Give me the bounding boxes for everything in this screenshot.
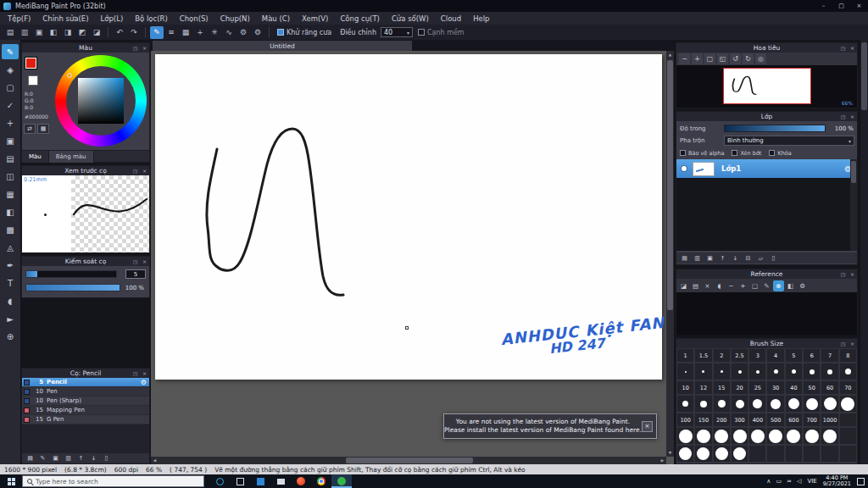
eraser-tool[interactable]: ◈ (2, 62, 19, 77)
add-brush-icon[interactable]: ▤ (25, 454, 36, 463)
rotate-right-icon[interactable]: ↻ (743, 53, 754, 64)
brush-size-swatch[interactable] (713, 395, 731, 413)
hand-icon[interactable]: ⊕ (773, 280, 784, 291)
brush-size-value[interactable]: 700 (803, 413, 821, 427)
tab-mau[interactable]: Màu (22, 151, 49, 163)
start-button[interactable] (0, 474, 22, 488)
scrollbar-thumb[interactable] (667, 60, 673, 310)
brush-size-swatch[interactable] (766, 395, 784, 413)
eyedropper-tool[interactable]: ◖ (2, 293, 19, 308)
brush-size-value[interactable] (839, 413, 857, 427)
pin-icon[interactable]: ◪ (678, 280, 689, 291)
language-indicator[interactable]: VIE (807, 478, 816, 485)
canvas-page[interactable]: ANHDUC Kiệt FAN HD 247 (155, 54, 662, 380)
brush-size-value[interactable]: 60 (821, 380, 838, 395)
move-brush-up-icon[interactable]: ↑ (75, 454, 86, 463)
zoom-in-icon[interactable]: + (692, 53, 703, 64)
clear-icon[interactable]: × (702, 280, 713, 291)
layer-row[interactable]: Lớp1 ⚙ (676, 159, 857, 178)
settings-icon[interactable]: ⚙ (797, 280, 808, 291)
horizontal-scrollbar[interactable]: ◀ ▶ (151, 457, 666, 464)
vertical-scrollbar[interactable]: ▲ ▼ (666, 51, 674, 457)
store-button[interactable] (250, 474, 270, 488)
layer-opacity-slider[interactable] (724, 125, 826, 132)
cortana-button[interactable] (209, 474, 230, 488)
parallel-snap-icon[interactable]: ≡ (164, 26, 178, 39)
move-brush-down-icon[interactable]: ↓ (88, 454, 99, 463)
brush-size-swatch[interactable] (676, 427, 694, 445)
brush-list-item[interactable]: 10 Pen (22, 387, 149, 396)
brush-size-swatch[interactable] (766, 427, 784, 445)
dock-scrollbar[interactable] (860, 40, 868, 464)
brush-size-value[interactable]: 15 (713, 380, 731, 395)
color-wheel[interactable] (55, 55, 147, 147)
open-icon[interactable]: ▥ (18, 26, 31, 39)
brush-size-swatch[interactable] (713, 445, 731, 463)
brush-size-value[interactable]: 6 (803, 348, 821, 363)
close-panel-icon[interactable]: × (141, 369, 148, 377)
gradient-tool[interactable]: ▤ (2, 151, 19, 166)
close-panel-icon[interactable]: × (849, 44, 856, 52)
palette-grid-icon[interactable]: ▦ (37, 124, 49, 134)
brush-size-swatch[interactable] (821, 363, 838, 380)
saturation-value-picker[interactable] (78, 78, 124, 124)
scrollbar-thumb[interactable] (861, 42, 867, 110)
close-panel-icon[interactable]: × (141, 258, 148, 265)
notification-close-button[interactable]: × (642, 421, 653, 432)
brush-size-value[interactable]: 300 (731, 413, 748, 427)
popout-icon[interactable]: ◳ (131, 167, 139, 175)
brush-size-swatch[interactable] (713, 363, 731, 380)
halftone-tool[interactable]: ▩ (2, 222, 19, 237)
volume-icon[interactable]: ◁ (797, 478, 801, 485)
soft-edge-checkbox[interactable]: Cạnh mềm (418, 29, 465, 36)
brush-size-swatch[interactable] (821, 445, 838, 463)
smudge-tool[interactable]: ◬ (2, 240, 19, 255)
brush-list-item[interactable]: 15 Mapping Pen (22, 406, 149, 415)
brush-size-value[interactable]: 12 (694, 380, 712, 395)
move-layer-down-icon[interactable]: ↓ (730, 254, 741, 263)
rotate-left-icon[interactable]: ↺ (730, 53, 741, 64)
brush-size-swatch[interactable] (694, 395, 712, 413)
window-layout-2-icon[interactable]: ◨ (61, 26, 75, 39)
brush-size-swatch[interactable] (748, 445, 766, 463)
brush-size-swatch[interactable] (676, 395, 694, 413)
brush-size-swatch[interactable] (839, 395, 857, 413)
brush-size-swatch[interactable] (676, 363, 694, 380)
close-panel-icon[interactable]: × (849, 113, 856, 120)
gear-icon[interactable]: ⚙ (141, 379, 147, 386)
popout-icon[interactable]: ◳ (839, 44, 847, 52)
pencil-icon[interactable]: ✎ (761, 280, 772, 291)
add-layer-icon[interactable]: ▤ (679, 254, 690, 263)
taskbar-clock[interactable]: 4:40 PM 9/27/2021 (823, 475, 851, 488)
brush-size-swatch[interactable] (785, 363, 803, 380)
brush-size-value[interactable]: 150 (694, 413, 712, 427)
menu-item[interactable]: Cloud (435, 12, 467, 25)
select-rect-tool[interactable]: ▢ (2, 80, 19, 95)
material-icon[interactable]: ⚙ (251, 26, 264, 39)
brush-size-slider[interactable] (25, 270, 117, 278)
fit-icon[interactable]: ▢ (749, 280, 760, 291)
brush-size-value[interactable]: 50 (803, 380, 821, 395)
panel-divide-tool[interactable]: ◫ (2, 169, 19, 184)
brush-list-item[interactable]: 15 G Pen (22, 415, 149, 424)
close-panel-icon[interactable]: × (849, 270, 856, 278)
close-panel-icon[interactable]: × (141, 44, 148, 52)
scroll-left-icon[interactable]: ◀ (151, 457, 159, 464)
protect-alpha-checkbox[interactable]: Bảo vệ alpha (680, 150, 724, 157)
popout-icon[interactable]: ◳ (839, 113, 847, 120)
window-layout-1-icon[interactable]: ◧ (47, 26, 60, 39)
secondary-color-swatch[interactable] (28, 75, 38, 86)
navigator-viewport[interactable]: 66% (676, 65, 857, 108)
brush-size-value[interactable]: 400 (748, 413, 766, 427)
save-icon[interactable]: ▣ (32, 26, 46, 39)
clear-layer-icon[interactable]: ▱ (755, 254, 766, 263)
close-button[interactable]: × (850, 0, 868, 12)
medibang-taskbar-button[interactable] (331, 474, 352, 488)
brush-size-swatch[interactable] (694, 363, 712, 380)
brush-size-swatch[interactable] (803, 427, 821, 445)
menu-item[interactable]: Xem(V) (296, 12, 334, 25)
grid-tool[interactable]: ▦ (2, 186, 19, 202)
menu-item[interactable]: Chọn(S) (174, 12, 214, 25)
workspace[interactable]: ANHDUC Kiệt FAN HD 247 ▲ ▼ ◀ ▶ You are n… (151, 51, 674, 464)
brush-size-value[interactable]: 1.5 (694, 348, 712, 363)
